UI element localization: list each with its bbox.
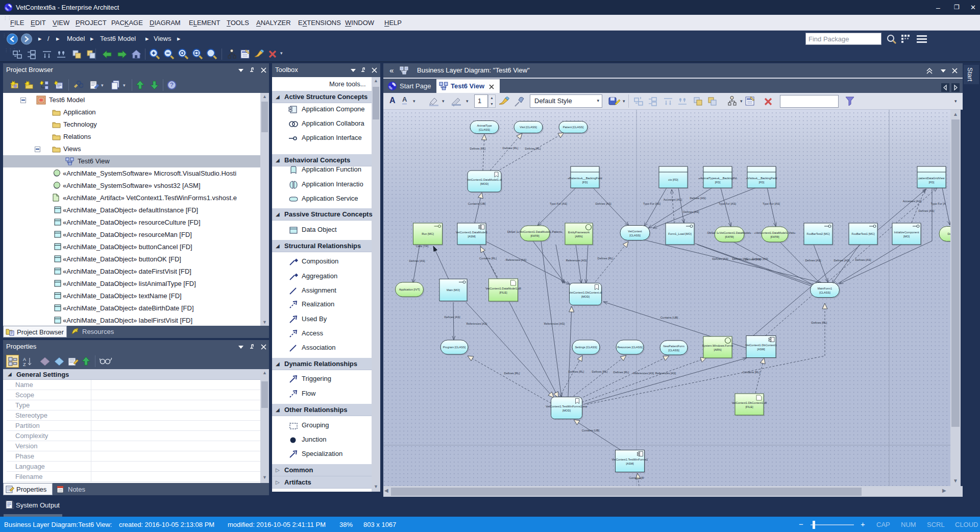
svg-text:Accesses [AC]: Accesses [AC] [903,200,922,203]
svg-text:Defines [RL]: Defines [RL] [592,370,608,373]
svg-text:Defines [AS]: Defines [AS] [409,259,425,262]
svg-text:[FATR]: [FATR] [725,235,734,238]
svg-text:patientDataGridView: patientDataGridView [918,177,945,180]
svg-text:Contains [R: Contains [R [629,476,644,479]
svg-text:Settings [CLASS]: Settings [CLASS] [575,346,597,349]
svg-text:ctx [FD]: ctx [FD] [668,178,678,181]
svg-text:DbSet`1«VetContext1.DataModel1: DbSet`1«VetContext1.DataModel1.Patient» [507,230,562,233]
svg-text:Defines [AS]: Defines [AS] [732,257,748,260]
svg-text:«Visits»k__BackingField: «Visits»k__BackingField [746,177,777,180]
svg-text:[FATR]: [FATR] [771,235,779,238]
svg-text:[FD]: [FD] [582,181,588,184]
svg-text:Defines [RL]: Defines [RL] [470,147,486,150]
svg-text:NewPatientForm: NewPatientForm [663,345,684,348]
svg-text:[MOD]: [MOD] [562,409,571,412]
svg-text:[CLASS]: [CLASS] [479,128,490,131]
svg-text:Defines [RL]: Defines [RL] [614,371,629,374]
svg-text:Defines [AS]: Defines [AS] [444,316,460,319]
svg-text:[FILE]: [FILE] [746,405,753,408]
svg-text:Defines [RL]: Defines [RL] [569,370,584,373]
svg-text:«Patients»k__BackingField: «Patients»k__BackingField [568,177,602,180]
svg-text:Run [MC]: Run [MC] [422,232,434,235]
svg-text:Defines [RL]: Defines [RL] [504,372,520,375]
svg-text:Defines [RL]: Defines [RL] [525,147,541,150]
svg-text:VetContext1.DataModel1: VetContext1.DataModel1 [456,231,487,234]
svg-text:[ASM]: [ASM] [468,235,476,238]
svg-text:Contains [RL]: Contains [RL] [479,257,497,260]
svg-text:FooBarTest1 [MC]: FooBarTest1 [MC] [851,232,875,235]
svg-text:Defines [AS]: Defines [AS] [752,257,768,260]
svg-text:[ASM]: [ASM] [757,348,765,351]
svg-text:[CLASS]: [CLASS] [629,234,641,237]
svg-text:References [AS]: References [AS] [544,322,565,325]
svg-text:?: ? [170,82,173,88]
svg-text:Type For [AS]: Type For [AS] [763,202,780,205]
svg-text:[FILE]: [FILE] [500,291,507,294]
svg-text:Defines [RL]: Defines [RL] [598,257,614,260]
svg-text:MainForm1: MainForm1 [818,287,832,290]
svg-text:Defines [AS]: Defines [AS] [918,209,935,212]
svg-text:VetContext1.TestWinForms1: VetContext1.TestWinForms1 [612,458,648,461]
svg-text:Contains [UB]: Contains [UB] [582,429,600,432]
svg-text:Defines [AS]: Defines [AS] [683,210,699,213]
svg-text:[CLASS]: [CLASS] [668,349,679,352]
svg-text:Main [MO]: Main [MO] [447,288,460,292]
svg-text:[FD]: [FD] [929,181,935,184]
svg-text:Application [IVT]: Application [IVT] [399,288,420,291]
svg-text:Resources [CLASS]: Resources [CLASS] [617,346,643,349]
svg-text:[CLASS]: [CLASS] [819,291,830,294]
svg-text:References [AS]: References [AS] [655,372,676,375]
svg-text:Z: Z [23,362,26,367]
svg-text:Contains [UB]: Contains [UB] [468,202,486,205]
svg-text:VetContext1.TestWinForms1.exe: VetContext1.TestWinForms1.exe [546,405,587,408]
svg-text:Program [CLASS]: Program [CLASS] [443,346,466,349]
svg-text:Type For [AS]: Type For [AS] [550,202,568,205]
svg-text:References [AS]: References [AS] [566,259,587,262]
svg-text:Defines [AS]: Defines [AS] [805,259,821,262]
svg-text:InitializeComponent: InitializeComponent [894,231,919,234]
svg-text:VetContext: VetContext [628,230,642,233]
svg-text:Defines [RL]: Defines [RL] [812,321,827,324]
svg-text:References [AS]: References [AS] [633,372,654,375]
svg-text:Defines [AS]: Defines [AS] [834,259,850,262]
svg-text:References [AS]: References [AS] [467,322,487,325]
svg-text:Defines [AS]: Defines [AS] [855,258,871,261]
svg-text:Defines [RL]: Defines [RL] [503,147,519,150]
svg-text:Defines [AS]: Defines [AS] [595,202,611,205]
svg-text:System.Windows.Forms: System.Windows.Forms [702,344,733,347]
svg-text:Contains [UB]: Contains [UB] [660,316,678,319]
svg-text:Visit [CLASS]: Visit [CLASS] [520,126,537,129]
svg-text:AnimalType: AnimalType [477,124,492,127]
svg-text:[ARN]: [ARN] [714,348,722,351]
svg-text:[FD]: [FD] [715,181,721,184]
svg-text:[MO]: [MO] [903,235,910,238]
svg-text:[ASM]: [ASM] [626,462,634,465]
svg-text:Form1_Load [MO]: Form1_Load [MO] [668,232,692,235]
svg-text:Type For [AS]: Type For [AS] [643,202,661,205]
svg-text:References [AS]: References [AS] [506,258,527,261]
svg-text:VetContext1.DbContext1: VetContext1.DbContext1 [745,344,777,347]
svg-text:EntityFramework: EntityFramework [568,231,590,234]
svg-text:Defines [AS]: Defines [AS] [690,197,706,200]
svg-text:Defines [AS]: Defines [AS] [712,257,728,260]
svg-text:[ARN]: [ARN] [575,235,583,238]
svg-text:Contains [RL]: Contains [RL] [743,371,760,374]
svg-text:Accesses [AC]: Accesses [AC] [664,198,682,201]
svg-text:Type For [A: Type For [A [931,202,946,205]
svg-text:[FD]: [FD] [759,181,765,184]
svg-text:«VetContext1.DataModel1.Visit»: «VetContext1.DataModel1.Visit» [754,231,795,234]
svg-text:VetContext1.DataModel1.dll: VetContext1.DataModel1.dll [485,287,521,290]
svg-text:VetContext1.DbContext.dl: VetContext1.DbContext.dl [569,291,602,294]
svg-text:FooBarTest2 [MC]: FooBarTest2 [MC] [806,232,830,235]
svg-text:Type For [AS]: Type For [AS] [719,202,737,205]
svg-text:VetContext1.DbContext1.dll: VetContext1.DbContext1.dll [732,401,767,404]
svg-text:[MOD]: [MOD] [581,295,590,298]
svg-text:DbSet`1«VetContext1.DataModel»: DbSet`1«VetContext1.DataModel» [707,231,751,234]
svg-text:VetContext1.DataModel1.dl: VetContext1.DataModel1.dl [467,178,502,181]
svg-text:«AnimalTypes»k__BackingFld: «AnimalTypes»k__BackingFld [699,177,737,180]
svg-text:Patient [CLASS]: Patient [CLASS] [563,126,584,129]
svg-text:[FATR]: [FATR] [531,234,540,237]
svg-text:A: A [23,357,26,362]
svg-text:[MOD]: [MOD] [480,182,489,185]
